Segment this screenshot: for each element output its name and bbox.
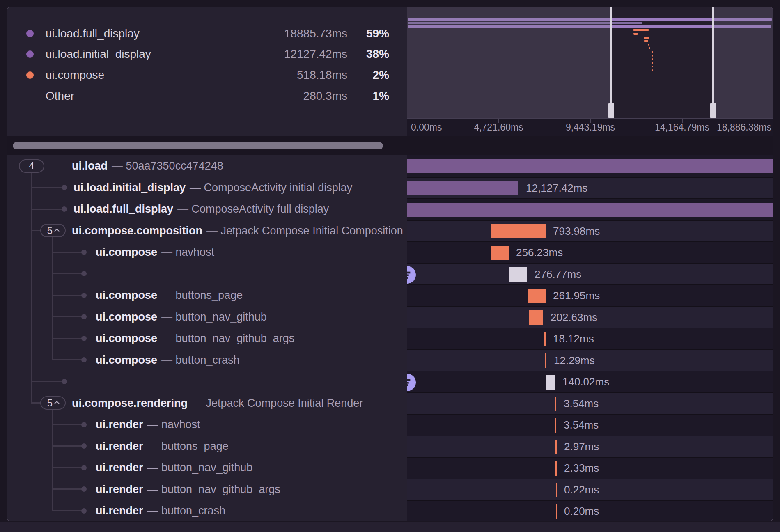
horizontal-scrollbar-track[interactable]	[7, 136, 773, 155]
span-duration-bar[interactable]	[407, 159, 773, 173]
purple-span-dot-icon	[26, 50, 34, 58]
span-bullet-icon	[81, 443, 87, 449]
span-bar-row[interactable]	[407, 198, 773, 220]
span-title: ui.render— buttons_page	[96, 436, 229, 457]
span-bar-row[interactable]: 202.63ms	[407, 306, 773, 328]
panel-divider[interactable]	[407, 7, 407, 521]
span-duration-label: 3.54ms	[564, 415, 599, 436]
span-duration-bar[interactable]	[491, 224, 546, 238]
tree-row-ui.compose.composition-jetpack-compose-initial-composition[interactable]: 5ui.compose.composition— Jetpack Compose…	[7, 220, 407, 242]
span-bar-row[interactable]: 256.23ms	[407, 241, 773, 263]
span-count-badge[interactable]: 4	[19, 159, 44, 173]
minimap-span	[652, 55, 653, 57]
span-bullet-icon	[81, 422, 87, 427]
span-bar-row[interactable]: 3.54ms	[407, 414, 773, 436]
tree-row-profile-span[interactable]	[7, 263, 407, 285]
tree-row-ui.render-navhost[interactable]: ui.render— navhost	[7, 414, 407, 436]
span-duration-bar[interactable]	[555, 440, 557, 454]
minimap-span	[652, 58, 653, 60]
minimap-dim-left	[407, 7, 611, 118]
profiler-funnel-icon	[407, 378, 412, 387]
selection-handle-right[interactable]	[712, 7, 714, 118]
tree-row-ui.render-buttons_page[interactable]: ui.render— buttons_page	[7, 436, 407, 457]
span-title: ui.load.full_display— ComposeActivity fu…	[73, 198, 329, 220]
tree-row-ui.load-50aa7350cc474248[interactable]: 4ui.load— 50aa7350cc474248	[7, 155, 407, 177]
span-title: ui.render— button_crash	[96, 500, 225, 521]
span-title: ui.render— button_nav_github_args	[96, 479, 280, 500]
span-duration-bar[interactable]	[529, 310, 543, 325]
span-bar-row[interactable]: 0.22ms	[407, 479, 773, 500]
span-description: — button_nav_github_args	[147, 483, 280, 495]
span-bar-row[interactable]: 2.33ms	[407, 457, 773, 479]
span-description: — button_nav_github	[147, 461, 253, 474]
span-bullet-icon	[81, 293, 87, 298]
legend-item-label: Other	[46, 89, 74, 103]
span-bar-row[interactable]: 12.29ms	[407, 349, 773, 371]
span-count-badge[interactable]: 5	[40, 396, 66, 410]
span-duration-bar[interactable]	[528, 289, 546, 303]
tree-row-ui.compose-button_crash[interactable]: ui.compose— button_crash	[7, 349, 407, 371]
tree-row-ui.render-button_nav_github[interactable]: ui.render— button_nav_github	[7, 457, 407, 479]
span-bar-row[interactable]: 12,127.42ms	[407, 177, 773, 199]
tree-row-ui.load.full_display-composeactivity-full-display[interactable]: ui.load.full_display— ComposeActivity fu…	[7, 198, 407, 220]
selection-handle-left[interactable]	[610, 7, 612, 118]
span-bullet-icon	[81, 250, 87, 255]
tree-row-ui.render-button_crash[interactable]: ui.render— button_crash	[7, 500, 407, 521]
span-bar-row[interactable]: 0.20ms	[407, 500, 773, 521]
span-bar-row[interactable]: 276.77ms	[407, 263, 773, 285]
legend-item-percent: 38%	[366, 47, 389, 61]
legend-item: ui.load.full_display18885.73ms59%	[7, 27, 407, 41]
tree-row-profile-span[interactable]	[7, 371, 407, 392]
span-count-badge[interactable]: 5	[40, 224, 66, 237]
minimap-span	[644, 37, 649, 39]
span-duration-bar[interactable]	[407, 203, 773, 217]
tree-row-ui.compose.rendering-jetpack-compose-initial-render[interactable]: 5ui.compose.rendering— Jetpack Compose I…	[7, 392, 407, 414]
span-bar-row[interactable]: 140.02ms	[407, 371, 773, 392]
profiler-badge[interactable]	[407, 266, 416, 284]
profile-span-bar[interactable]	[509, 267, 527, 282]
tree-row-ui.render-button_nav_github_args[interactable]: ui.render— button_nav_github_args	[7, 479, 407, 500]
span-duration-bar[interactable]	[555, 461, 557, 476]
span-bullet-icon	[62, 379, 67, 384]
selection-handle-right-grip[interactable]	[710, 103, 716, 118]
tree-row-ui.compose-button_nav_github[interactable]: ui.compose— button_nav_github	[7, 306, 407, 328]
tree-trunk-line	[52, 410, 53, 511]
span-bar-row[interactable]: 261.95ms	[407, 284, 773, 306]
tree-connector-line	[52, 359, 84, 360]
span-duration-label: 18.12ms	[553, 328, 594, 349]
purple-span-dot-icon	[26, 30, 34, 37]
span-duration-bar[interactable]	[556, 483, 557, 497]
span-duration-bar[interactable]	[407, 181, 518, 195]
tree-row-ui.compose-buttons_page[interactable]: ui.compose— buttons_page	[7, 284, 407, 306]
span-bar-row[interactable]: 793.98ms	[407, 220, 773, 242]
minimap-span	[633, 29, 649, 31]
horizontal-scrollbar-thumb[interactable]	[13, 142, 383, 149]
span-bar-row[interactable]: 3.54ms	[407, 392, 773, 414]
span-duration-bar[interactable]	[556, 504, 557, 519]
span-duration-label: 2.33ms	[564, 458, 599, 479]
span-bar-row[interactable]: 18.12ms	[407, 328, 773, 349]
span-duration-label: 0.20ms	[564, 501, 599, 521]
span-description: — button_crash	[147, 504, 226, 517]
selection-handle-left-grip[interactable]	[608, 103, 614, 118]
tree-row-ui.compose-navhost[interactable]: ui.compose— navhost	[7, 241, 407, 263]
span-duration-bar[interactable]	[555, 397, 556, 411]
span-duration-bar[interactable]	[545, 353, 546, 368]
span-bar-row[interactable]: 2.97ms	[407, 436, 773, 457]
span-duration-label: 793.98ms	[553, 221, 600, 242]
span-bar-row[interactable]	[407, 155, 773, 177]
tree-row-ui.compose-button_nav_github_args[interactable]: ui.compose— button_nav_github_args	[7, 328, 407, 349]
span-duration-bar[interactable]	[491, 246, 509, 260]
tree-row-ui.load.initial_display-composeactivity-initial-display[interactable]: ui.load.initial_display— ComposeActivity…	[7, 177, 407, 199]
legend-item-percent: 59%	[366, 27, 389, 41]
span-duration-bar[interactable]	[544, 332, 546, 346]
tree-connector-line	[52, 316, 84, 317]
timeline-minimap[interactable]	[407, 7, 773, 118]
legend-item-percent: 2%	[373, 68, 389, 82]
span-operation: ui.load.initial_display	[73, 181, 186, 194]
span-title: ui.compose— navhost	[96, 241, 214, 263]
span-duration-bar[interactable]	[555, 418, 556, 433]
profile-span-bar[interactable]	[546, 375, 555, 390]
profiler-badge[interactable]	[407, 374, 416, 391]
tree-connector-line	[52, 510, 84, 511]
